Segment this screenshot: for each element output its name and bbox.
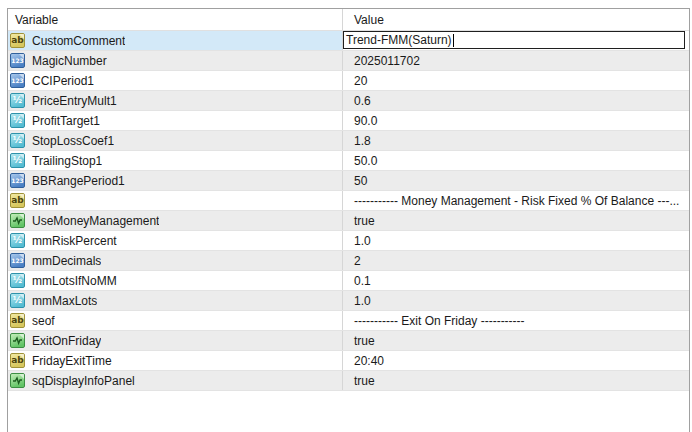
value-text: 20: [354, 74, 367, 88]
value-cell[interactable]: 20: [343, 71, 689, 90]
variable-cell: ab CustomComment: [8, 31, 343, 50]
variable-name: BBRangePeriod1: [32, 174, 125, 188]
variable-name: CCIPeriod1: [32, 74, 94, 88]
integer-icon: 123: [10, 73, 25, 88]
value-cell[interactable]: true: [343, 371, 689, 390]
table-row[interactable]: ExitOnFriday true: [8, 331, 689, 351]
variable-name: seof: [32, 314, 55, 328]
double-icon: ½: [10, 233, 25, 248]
inputs-parameter-table: Variable Value ab CustomComment Trend-FM…: [7, 8, 690, 432]
variable-name: mmMaxLots: [32, 294, 97, 308]
text-caret: [453, 34, 454, 47]
variable-cell: ab FridayExitTime: [8, 351, 343, 370]
value-text: true: [354, 334, 375, 348]
value-text: ----------- Money Management - Risk Fixe…: [354, 194, 679, 208]
variable-cell: UseMoneyManagement: [8, 211, 343, 230]
value-cell[interactable]: 1.0: [343, 231, 689, 250]
string-icon: ab: [10, 193, 25, 208]
double-icon: ½: [10, 93, 25, 108]
column-header-value: Value: [343, 9, 689, 30]
table-row[interactable]: ab CustomComment Trend-FMM(Saturn): [8, 31, 689, 51]
value-text: 50.0: [354, 154, 377, 168]
value-cell[interactable]: 0.1: [343, 271, 689, 290]
variable-name: PriceEntryMult1: [32, 94, 117, 108]
string-icon: ab: [10, 313, 25, 328]
variable-name: MagicNumber: [32, 54, 107, 68]
table-row[interactable]: 123 BBRangePeriod1 50: [8, 171, 689, 191]
string-icon: ab: [10, 353, 25, 368]
value-cell[interactable]: 50.0: [343, 151, 689, 170]
value-text: 0.1: [354, 274, 371, 288]
boolean-icon: [10, 333, 25, 348]
value-text: 2: [354, 254, 361, 268]
value-cell[interactable]: 1.0: [343, 291, 689, 310]
value-cell[interactable]: 20:40: [343, 351, 689, 370]
value-edit-input[interactable]: Trend-FMM(Saturn): [343, 31, 685, 49]
variable-cell: ab smm: [8, 191, 343, 210]
variable-cell: ½ TrailingStop1: [8, 151, 343, 170]
variable-name: CustomComment: [32, 34, 125, 48]
table-row[interactable]: ab FridayExitTime 20:40: [8, 351, 689, 371]
value-cell[interactable]: true: [343, 211, 689, 230]
value-cell[interactable]: ----------- Money Management - Risk Fixe…: [343, 191, 689, 210]
value-cell[interactable]: 2: [343, 251, 689, 270]
table-row[interactable]: ½ TrailingStop1 50.0: [8, 151, 689, 171]
boolean-icon: [10, 213, 25, 228]
value-cell[interactable]: 50: [343, 171, 689, 190]
variable-name: smm: [32, 194, 58, 208]
variable-cell: ½ mmRiskPercent: [8, 231, 343, 250]
table-row[interactable]: ½ mmMaxLots 1.0: [8, 291, 689, 311]
table-row[interactable]: ½ ProfitTarget1 90.0: [8, 111, 689, 131]
table-row[interactable]: ab smm ----------- Money Management - Ri…: [8, 191, 689, 211]
variable-cell: sqDisplayInfoPanel: [8, 371, 343, 390]
value-cell[interactable]: ----------- Exit On Friday -----------: [343, 311, 689, 330]
variable-name: UseMoneyManagement: [32, 214, 159, 228]
table-row[interactable]: sqDisplayInfoPanel true: [8, 371, 689, 391]
value-text: 2025011702: [354, 54, 420, 68]
double-icon: ½: [10, 113, 25, 128]
value-text: 1.0: [354, 294, 371, 308]
variable-cell: ½ mmMaxLots: [8, 291, 343, 310]
value-cell[interactable]: 2025011702: [343, 51, 689, 70]
table-row[interactable]: ½ PriceEntryMult1 0.6: [8, 91, 689, 111]
integer-icon: 123: [10, 173, 25, 188]
table-row[interactable]: 123 MagicNumber 2025011702: [8, 51, 689, 71]
variable-name: mmLotsIfNoMM: [32, 274, 117, 288]
value-cell[interactable]: true: [343, 331, 689, 350]
table-row[interactable]: UseMoneyManagement true: [8, 211, 689, 231]
value-cell[interactable]: 90.0: [343, 111, 689, 130]
table-row[interactable]: ½ StopLossCoef1 1.8: [8, 131, 689, 151]
double-icon: ½: [10, 273, 25, 288]
value-text: 1.8: [354, 134, 371, 148]
value-cell[interactable]: 1.8: [343, 131, 689, 150]
column-header-variable: Variable: [8, 9, 343, 30]
value-text: ----------- Exit On Friday -----------: [354, 314, 525, 328]
variable-name: ExitOnFriday: [32, 334, 101, 348]
variable-cell: ExitOnFriday: [8, 331, 343, 350]
value-text: 50: [354, 174, 367, 188]
value-text: 1.0: [354, 234, 371, 248]
parameter-rows: ab CustomComment Trend-FMM(Saturn) 123 M…: [8, 31, 689, 391]
variable-cell: ½ PriceEntryMult1: [8, 91, 343, 110]
variable-name: StopLossCoef1: [32, 134, 114, 148]
variable-cell: ½ StopLossCoef1: [8, 131, 343, 150]
integer-icon: 123: [10, 253, 25, 268]
table-row[interactable]: 123 CCIPeriod1 20: [8, 71, 689, 91]
value-text: 0.6: [354, 94, 371, 108]
value-cell[interactable]: 0.6: [343, 91, 689, 110]
value-text: true: [354, 374, 375, 388]
variable-name: ProfitTarget1: [32, 114, 100, 128]
value-cell[interactable]: Trend-FMM(Saturn): [343, 31, 689, 50]
value-text: 20:40: [354, 354, 384, 368]
boolean-icon: [10, 373, 25, 388]
double-icon: ½: [10, 153, 25, 168]
table-row[interactable]: 123 mmDecimals 2: [8, 251, 689, 271]
value-text: true: [354, 214, 375, 228]
table-row[interactable]: ½ mmLotsIfNoMM 0.1: [8, 271, 689, 291]
table-row[interactable]: ab seof ----------- Exit On Friday -----…: [8, 311, 689, 331]
variable-cell: 123 MagicNumber: [8, 51, 343, 70]
table-row[interactable]: ½ mmRiskPercent 1.0: [8, 231, 689, 251]
string-icon: ab: [10, 33, 25, 48]
variable-cell: 123 CCIPeriod1: [8, 71, 343, 90]
variable-name: TrailingStop1: [32, 154, 102, 168]
